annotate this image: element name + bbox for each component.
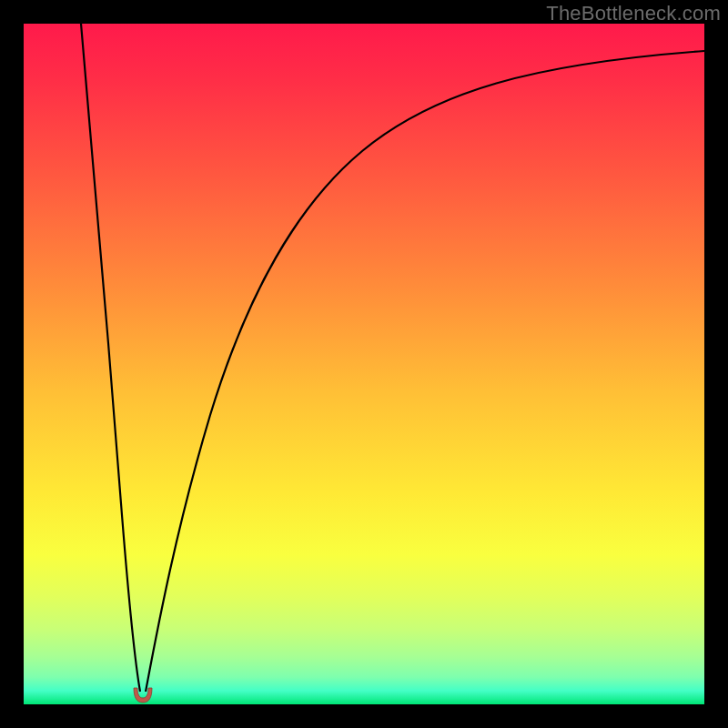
curve-left-branch bbox=[81, 24, 140, 692]
bottleneck-curves bbox=[24, 24, 704, 704]
watermark-text: TheBottleneck.com bbox=[546, 2, 721, 25]
u-shape-icon bbox=[134, 688, 152, 703]
curve-right-branch bbox=[146, 51, 704, 692]
minimum-marker bbox=[131, 686, 155, 704]
plot-area bbox=[24, 24, 704, 704]
chart-frame: TheBottleneck.com bbox=[0, 0, 728, 728]
